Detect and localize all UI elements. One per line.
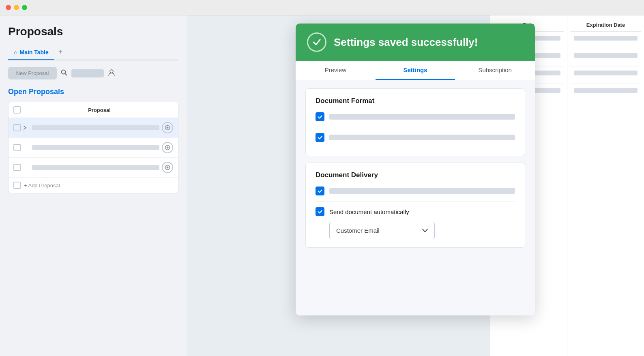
svg-point-2 — [110, 70, 113, 73]
tab-main-table-label: Main Table — [19, 49, 48, 56]
minimize-button[interactable] — [14, 5, 19, 10]
modal-panel: Settings saved successfully! Preview Set… — [296, 24, 535, 315]
maximize-button[interactable] — [22, 5, 27, 10]
search-button[interactable] — [61, 69, 67, 77]
df-label-1 — [329, 114, 515, 120]
row-action-icon-2[interactable] — [162, 142, 173, 153]
tab-subscription[interactable]: Subscription — [455, 61, 535, 80]
document-delivery-checkbox-2: Send document automatically — [316, 207, 515, 216]
table-header: Proposal — [9, 102, 178, 118]
dd-label-1 — [329, 188, 515, 194]
row-expand-icon-1[interactable] — [23, 124, 30, 131]
tab-bar: ⌂ Main Table + — [8, 45, 178, 60]
person-filter-button[interactable] — [108, 69, 115, 78]
df-checkbox-1[interactable] — [316, 112, 324, 121]
add-row-checkbox — [13, 182, 21, 189]
row-content-3 — [32, 165, 159, 170]
bg-col-expiration-header: Expiration Date — [571, 19, 641, 32]
search-icon — [61, 70, 67, 77]
document-format-checkbox-1 — [316, 112, 515, 121]
dd-label-2: Send document automatically — [329, 208, 409, 215]
row-content-2 — [32, 145, 159, 150]
df-label-2 — [329, 135, 515, 140]
table-row — [9, 158, 178, 178]
page-title: Proposals — [8, 25, 178, 38]
bg-cell-bar — [574, 88, 638, 93]
modal-content: Document Format — [296, 80, 535, 315]
divider — [316, 127, 515, 127]
open-proposals-title: Open Proposals — [8, 88, 178, 96]
add-proposal-row[interactable]: + Add Proposal — [9, 178, 178, 193]
tab-main-table[interactable]: ⌂ Main Table — [8, 46, 54, 60]
document-format-title: Document Format — [316, 97, 515, 105]
df-checkbox-2[interactable] — [316, 133, 324, 142]
table-row — [9, 138, 178, 158]
document-delivery-card: Document Delivery — [305, 163, 525, 248]
close-button[interactable] — [6, 5, 11, 10]
row-checkbox-2[interactable] — [13, 144, 21, 151]
proposals-table: Proposal — [8, 102, 178, 193]
tab-add[interactable]: + — [54, 45, 67, 60]
new-proposal-button[interactable]: New Proposal — [8, 67, 57, 79]
row-action-icon-1[interactable] — [162, 122, 173, 133]
dropdown-value: Customer Email — [336, 227, 380, 234]
row-checkbox-1[interactable] — [13, 124, 21, 131]
document-format-checkbox-2 — [316, 133, 515, 142]
toolbar: New Proposal — [8, 67, 178, 79]
modal-tabs: Preview Settings Subscription — [296, 61, 535, 80]
tab-settings[interactable]: Settings — [376, 61, 455, 80]
bg-cell-bar — [574, 71, 638, 75]
customer-email-dropdown[interactable]: Customer Email — [329, 222, 435, 239]
home-icon: ⌂ — [14, 49, 17, 56]
table-row — [9, 118, 178, 138]
app-body: Proposals ⌂ Main Table + New Proposal — [0, 15, 644, 356]
document-delivery-checkbox-1 — [316, 187, 515, 195]
right-panel: Date Expiration Date — [187, 15, 644, 356]
success-message: Settings saved successfully! — [334, 36, 478, 49]
success-icon — [307, 32, 326, 52]
document-format-card: Document Format — [305, 88, 525, 156]
dd-checkbox-2[interactable] — [316, 207, 324, 216]
left-panel: Proposals ⌂ Main Table + New Proposal — [0, 15, 187, 356]
dd-checkbox-1[interactable] — [316, 187, 324, 195]
add-proposal-label: + Add Proposal — [24, 182, 60, 189]
document-delivery-title: Document Delivery — [316, 171, 515, 179]
bg-cell-bar — [574, 53, 638, 58]
tab-preview[interactable]: Preview — [296, 61, 376, 80]
svg-line-1 — [65, 73, 67, 75]
header-checkbox[interactable] — [13, 106, 21, 114]
row-action-icon-3[interactable] — [162, 162, 173, 173]
row-content-1 — [32, 125, 159, 130]
success-toast: Settings saved successfully! — [296, 24, 535, 61]
filter-bar — [71, 69, 104, 77]
row-checkbox-3[interactable] — [13, 164, 21, 171]
chevron-down-icon — [422, 227, 428, 234]
col-proposal-header: Proposal — [26, 107, 173, 113]
person-icon — [108, 71, 115, 77]
divider — [316, 201, 515, 202]
bg-col-expiration: Expiration Date — [567, 15, 644, 356]
bg-cell-bar — [574, 36, 638, 41]
traffic-lights — [6, 5, 27, 10]
window-chrome — [0, 0, 644, 15]
